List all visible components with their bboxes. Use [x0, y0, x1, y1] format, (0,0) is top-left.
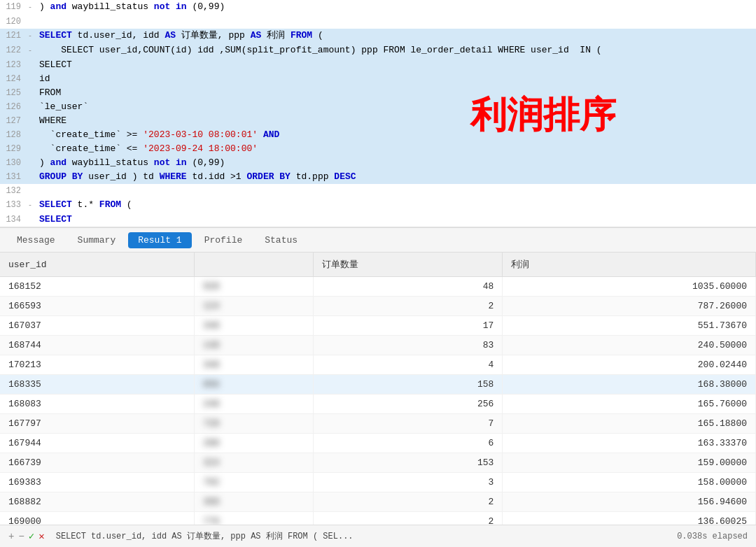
- user-id-cell: 166593: [0, 297, 195, 316]
- line-number: 129: [0, 142, 28, 156]
- order-count-cell: 4: [314, 355, 503, 375]
- order-count-cell: 6: [314, 434, 503, 453]
- code-line-125: 125FROM: [0, 86, 756, 100]
- tab-message[interactable]: Message: [7, 232, 65, 248]
- elapsed-time: 0.038s elapsed: [677, 532, 748, 541]
- table-row: 16703734817551.73670: [0, 316, 756, 336]
- blurred-cell: 348: [195, 355, 314, 375]
- code-content: ) and waybill_status not in (0,99): [39, 0, 756, 14]
- remove-icon[interactable]: −: [18, 531, 24, 542]
- blurred-cell: 056: [195, 375, 314, 395]
- table-row: 1690007762136.60025: [0, 512, 756, 525]
- check-icon[interactable]: ✓: [29, 530, 34, 542]
- code-content: ) and waybill_status not in (0,99): [39, 156, 756, 170]
- code-line-121: 121-SELECT td.user_id, idd AS 订单数量, ppp …: [0, 29, 756, 43]
- tab-summary[interactable]: Summary: [68, 232, 126, 248]
- code-line-120: 120: [0, 15, 756, 29]
- user-id-cell: 167797: [0, 414, 195, 434]
- status-bar: + − ✓ ✕ SELECT td.user_id, idd AS 订单数量, …: [0, 525, 756, 547]
- order-count-cell: 48: [314, 277, 503, 297]
- code-editor: 119-) and waybill_status not in (0,99)12…: [0, 0, 756, 227]
- code-content: `create_time` <= '2023-09-24 18:00:00': [39, 142, 756, 156]
- line-number: 126: [0, 100, 28, 114]
- col-header: 利润: [503, 253, 756, 277]
- code-content: FROM: [39, 86, 756, 100]
- status-query-preview: SELECT td.user_id, idd AS 订单数量, ppp AS 利…: [56, 530, 671, 542]
- table-row: 1702133484200.02440: [0, 355, 756, 375]
- profit-cell: 551.73670: [503, 316, 756, 336]
- order-count-cell: 2: [314, 512, 503, 525]
- user-id-cell: 167944: [0, 434, 195, 453]
- profit-cell: 136.60025: [503, 512, 756, 525]
- code-line-129: 129 `create_time` <= '2023-09-24 18:00:0…: [0, 142, 756, 156]
- profit-cell: 200.02440: [503, 355, 756, 375]
- results-table: user_id订单数量利润 168152928481035.6000016659…: [0, 253, 756, 525]
- code-line-123: 123SELECT: [0, 58, 756, 72]
- profit-cell: 165.76000: [503, 395, 756, 414]
- code-content: GROUP BY user_id ) td WHERE td.idd >1 OR…: [39, 170, 756, 184]
- code-line-119: 119-) and waybill_status not in (0,99): [0, 0, 756, 15]
- blurred-cell: 148: [195, 336, 314, 355]
- tab-result1[interactable]: Result 1: [128, 232, 191, 248]
- blurred-cell: 776: [195, 512, 314, 525]
- user-id-cell: 169383: [0, 473, 195, 492]
- user-id-cell: 170213: [0, 355, 195, 375]
- code-content: SELECT: [39, 58, 756, 72]
- profit-cell: 163.33370: [503, 434, 756, 453]
- blurred-cell: 324: [195, 453, 314, 473]
- profit-cell: 168.38000: [503, 375, 756, 395]
- tab-profile[interactable]: Profile: [195, 232, 253, 248]
- order-count-cell: 83: [314, 336, 503, 355]
- user-id-cell: 169000: [0, 512, 195, 525]
- table-row: 166739324153159.00000: [0, 453, 756, 473]
- user-id-cell: 168744: [0, 336, 195, 355]
- fold-icon[interactable]: -: [28, 199, 39, 213]
- table-row: 16874414883240.50000: [0, 336, 756, 355]
- code-line-131: 131GROUP BY user_id ) td WHERE td.idd >1…: [0, 170, 756, 184]
- table-row: 1679442806163.33370: [0, 434, 756, 453]
- blurred-cell: 792: [195, 473, 314, 492]
- cross-icon[interactable]: ✕: [38, 530, 44, 542]
- profit-cell: 165.18800: [503, 414, 756, 434]
- col-header: 订单数量: [314, 253, 503, 277]
- line-number: 131: [0, 170, 28, 184]
- table-row: 168335056158168.38000: [0, 375, 756, 395]
- sql-editor[interactable]: 119-) and waybill_status not in (0,99)12…: [0, 0, 756, 227]
- table-row: 1688823682156.94600: [0, 492, 756, 512]
- code-line-130: 130) and waybill_status not in (0,99): [0, 156, 756, 170]
- line-number: 120: [0, 15, 28, 29]
- blurred-cell: 248: [195, 395, 314, 414]
- profit-cell: 158.00000: [503, 473, 756, 492]
- line-number: 133: [0, 198, 28, 212]
- code-line-124: 124id: [0, 72, 756, 86]
- blurred-cell: 368: [195, 492, 314, 512]
- code-content: `create_time` >= '2023-03-10 08:00:01' A…: [39, 128, 756, 142]
- code-line-126: 126`le_user`: [0, 100, 756, 114]
- table-row: 1693837923158.00000: [0, 473, 756, 492]
- code-line-132: 132: [0, 184, 756, 198]
- fold-icon[interactable]: -: [28, 29, 39, 43]
- add-icon[interactable]: +: [8, 531, 14, 542]
- user-id-cell: 168335: [0, 375, 195, 395]
- tab-status[interactable]: Status: [255, 232, 307, 248]
- user-id-cell: 166739: [0, 453, 195, 473]
- code-line-133: 133-SELECT t.* FROM (: [0, 198, 756, 213]
- order-count-cell: 7: [314, 414, 503, 434]
- profit-cell: 240.50000: [503, 336, 756, 355]
- code-line-122: 122- SELECT user_id,COUNT(id) idd ,SUM(s…: [0, 43, 756, 58]
- user-id-cell: 168152: [0, 277, 195, 297]
- user-id-cell: 168882: [0, 492, 195, 512]
- blurred-cell: 928: [195, 277, 314, 297]
- fold-icon[interactable]: -: [28, 44, 39, 58]
- table-body: 168152928481035.600001665931242787.26000…: [0, 277, 756, 525]
- col-header: user_id: [0, 253, 195, 277]
- results-area[interactable]: user_id订单数量利润 168152928481035.6000016659…: [0, 253, 756, 525]
- line-number: 123: [0, 58, 28, 72]
- profit-cell: 787.26000: [503, 297, 756, 316]
- result-tab-bar: MessageSummaryResult 1ProfileStatus: [0, 227, 756, 253]
- user-id-cell: 167037: [0, 316, 195, 336]
- fold-icon[interactable]: -: [28, 1, 39, 15]
- profit-cell: 156.94600: [503, 492, 756, 512]
- line-number: 124: [0, 72, 28, 86]
- table-header: user_id订单数量利润: [0, 253, 756, 277]
